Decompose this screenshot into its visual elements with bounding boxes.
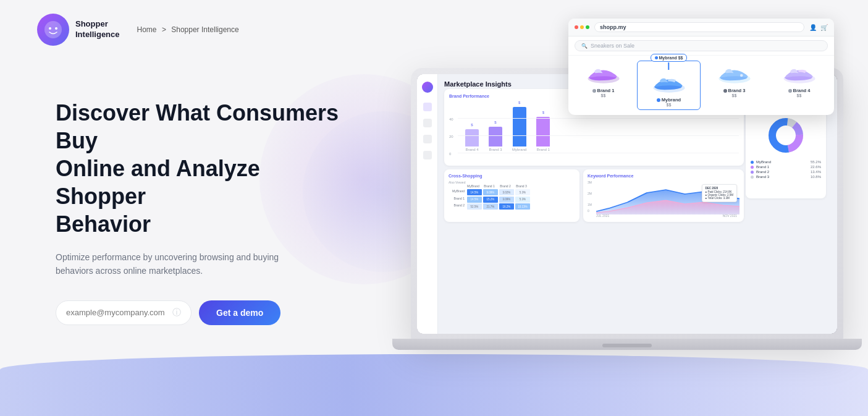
browser-dot-min[interactable] [580,25,584,29]
breadcrumb-current: Shopper Intelligence [171,25,238,34]
kw-y-1m: 1M [588,203,592,206]
ms-pct-brand3: 10.8% [811,175,821,179]
ms-label-brand3: Brand 3 [756,175,769,179]
browser-search-inner[interactable]: 🔍 Sneakers on Sale [575,40,828,51]
product-label-brand4: Brand 4 [788,88,811,93]
bar-brand1-rect [536,117,550,146]
cross-cell-mb-b2: 3.02% [499,189,514,195]
cross-cell-b2-b1: 21.7% [483,203,498,210]
breadcrumb-sep: > [162,25,166,34]
product-name-brand3: Brand 3 [728,88,746,93]
ms-dot-mybrand [751,161,754,164]
browser-window: shopp.my 👤 🛒 🔍 Sneakers on Sale Brand 1 [568,19,834,115]
cross-cell-b1-b2: 3.09% [499,197,514,203]
product-dot-mybrand [657,98,660,102]
cross-lbl-brand1: Brand 1 [449,197,465,203]
ms-donut-wrap [751,116,821,155]
callout-text: Mybrand [659,56,677,60]
laptop-base [392,339,862,350]
bottom-cards: Cross-Shopping Also Viewed MyBrand Brand… [444,169,744,222]
bar-mybrand-rect [513,107,526,146]
callout-dot [655,56,658,59]
browser-url: shopp.my [594,22,804,32]
logo-text: Shopper Intelligence [75,19,120,40]
cross-cell-mb-b1: 9.09% [483,189,498,195]
email-input[interactable] [66,308,170,317]
hero-title-line2: Online and Analyze Shopper [56,156,260,209]
product-dot-brand4 [788,89,792,93]
kw-y-3m: 3M [588,180,592,184]
mybrand-callout: Mybrand $$ [651,54,688,62]
logo-svg [43,20,63,40]
browser-products: Brand 1 $$ Mybrand $$ Mybrand [568,56,834,115]
cross-cell-b2-b2: 16.2% [499,203,514,210]
shoe-mybrand [651,72,688,95]
browser-bar: shopp.my 👤 🛒 [568,19,834,36]
cross-lbl-mybrand: MyBrand [449,189,465,195]
ms-legend-brand1: Brand 1 22.6% [751,165,821,169]
cross-row-brand2: Brand 2 52.5% 21.7% 16.2% 10.13% [449,203,575,210]
breadcrumb-home[interactable]: Home [137,25,157,34]
cross-cell-b1-mb: 14.5% [467,197,482,203]
ms-legend-brand3: Brand 3 10.8% [751,175,821,179]
sidebar-settings-icon[interactable] [423,151,432,159]
kw-tooltip: DEC 2020 ● Paid Clicks: 214.8K ● Organic… [702,184,737,202]
cross-shopping-title: Cross-Shopping [449,174,575,178]
logo-icon [37,14,69,46]
cross-cell-b1-b1: 15.2% [483,197,498,203]
ms-dot-brand3 [751,176,754,179]
user-icon: 👤 [809,24,817,31]
hero-title-line1: Discover What Consumers Buy [56,100,339,153]
grid-line-0 [458,153,739,153]
product-price-mybrand: $$ [667,103,672,107]
cross-cell-mb-b3: 5.3% [515,189,530,195]
product-card-mybrand: Mybrand $$ Mybrand $$ [637,61,701,110]
search-icon: 🔍 [581,43,588,49]
ms-dot-brand1 [751,166,754,169]
sidebar-table-icon[interactable] [423,135,432,143]
cross-hdr-mybrand: MyBrand [466,184,481,188]
kw-x-nov: NOV 2021 [723,214,737,218]
shoe-brand4 [781,63,818,85]
logo-title-line2: Intelligence [75,30,120,40]
shoe-brand1 [585,63,622,85]
sidebar-chart-icon[interactable] [423,119,432,127]
bar-brand3-dollar: $ [494,121,496,124]
ms-donut-chart [766,116,806,155]
ms-legend: MyBrand 55.2% Brand 1 22.6% [751,160,821,179]
bar-mybrand-dollar: $ [518,101,520,104]
sidebar-home-icon[interactable] [423,103,432,111]
keyword-perf-card: Keyword Performance 3M 2M 1M 0 [583,169,744,222]
bar-brand3: $ Brand 3 [489,121,502,151]
hero-title: Discover What Consumers Buy Online and A… [56,99,340,238]
bar-brand1-label: Brand 1 [537,148,550,151]
product-label-brand1: Brand 1 [592,88,615,93]
browser-dot-max[interactable] [586,25,589,29]
shoe-brand3 [716,63,753,85]
bar-brand4-dollar: $ [471,123,473,127]
bar-brand1-dollar: $ [542,111,544,114]
get-demo-button[interactable]: Get a demo [199,300,280,325]
grid-line-20 [458,135,739,136]
ms-label-brand2: Brand 2 [756,170,769,174]
bar-mybrand-label: Mybrand [512,148,526,151]
email-input-wrap[interactable]: ⓘ [56,300,192,325]
kw-chart-area: 3M 2M 1M 0 [588,180,739,218]
kw-tooltip-total: ● Total Clicks: 3.3M [706,197,733,200]
bar-brand1: $ Brand 1 [536,111,550,151]
product-card-brand4: Brand 4 $$ [768,61,830,100]
search-text: Sneakers on Sale [591,43,634,49]
product-price-brand4: $$ [797,93,802,98]
cross-row-brand1: Brand 1 14.5% 15.2% 3.09% 5.3% [449,197,575,203]
ms-legend-brand2: Brand 2 13.4% [751,170,821,174]
browser-dot-close[interactable] [575,25,578,29]
svg-point-2 [55,27,57,30]
kw-x-jul: JUL 2021 [596,214,609,218]
ms-legend-mybrand: MyBrand 55.2% [751,160,821,164]
bar-brand4: $ Brand 4 [465,123,479,151]
product-label-brand3: Brand 3 [723,88,746,93]
ms-pct-brand1: 22.6% [811,165,821,169]
browser-dots [575,25,589,29]
breadcrumb: Home > Shopper Intelligence [137,25,239,34]
svg-point-1 [49,27,51,30]
